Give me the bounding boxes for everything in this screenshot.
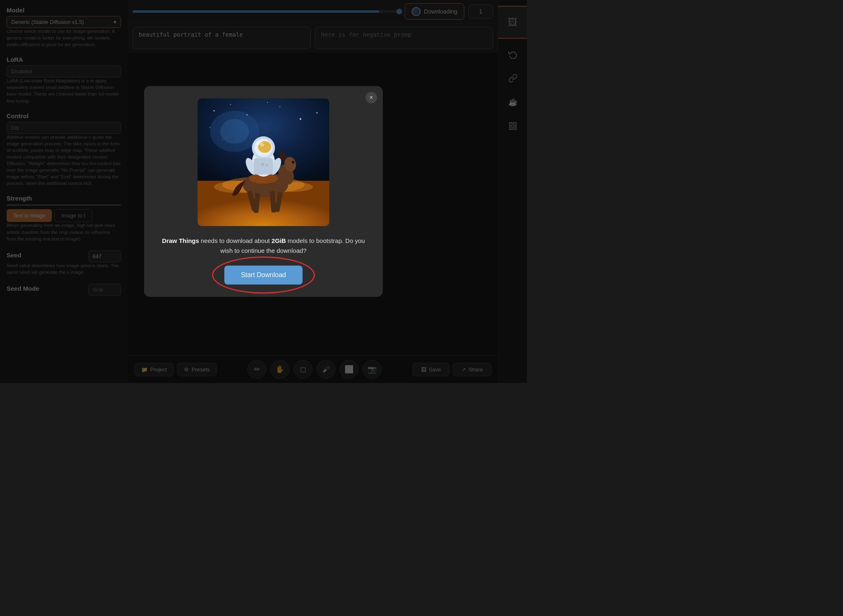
svg-point-6 <box>230 104 231 105</box>
app-name: Draw Things <box>162 237 199 244</box>
modal-description: Draw Things needs to download about 2GiB… <box>156 236 370 256</box>
modal-text-part2: needs to download about <box>199 237 272 244</box>
svg-point-39 <box>261 163 264 166</box>
start-download-wrapper: Start Download <box>224 266 302 285</box>
modal-image <box>198 98 329 226</box>
svg-rect-38 <box>254 158 273 175</box>
svg-point-10 <box>210 127 210 128</box>
modal-close-button[interactable]: × <box>366 92 377 103</box>
svg-point-11 <box>317 112 318 114</box>
close-icon: × <box>369 94 373 101</box>
svg-point-13 <box>267 102 268 103</box>
svg-point-9 <box>300 118 301 120</box>
svg-point-5 <box>214 110 215 112</box>
start-download-button[interactable]: Start Download <box>224 266 302 285</box>
svg-point-28 <box>292 161 294 163</box>
modal-dialog: × <box>144 86 383 297</box>
svg-point-8 <box>279 106 280 107</box>
download-size: 2GiB <box>272 237 286 244</box>
svg-point-40 <box>265 164 268 166</box>
svg-point-15 <box>220 119 249 144</box>
modal-overlay: × <box>0 0 527 383</box>
